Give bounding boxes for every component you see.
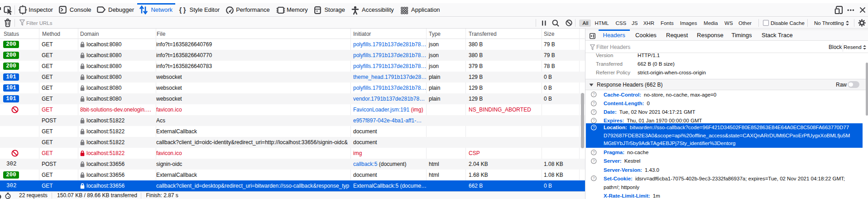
svg-text:?: ?: [593, 159, 595, 163]
svg-text:?: ?: [593, 176, 595, 180]
svg-text:?: ?: [593, 119, 595, 123]
svg-text:?: ?: [593, 150, 595, 155]
svg-text:?: ?: [593, 92, 595, 97]
svg-text:?: ?: [593, 126, 595, 130]
svg-text:?: ?: [593, 102, 595, 106]
svg-text:?: ?: [593, 110, 595, 114]
